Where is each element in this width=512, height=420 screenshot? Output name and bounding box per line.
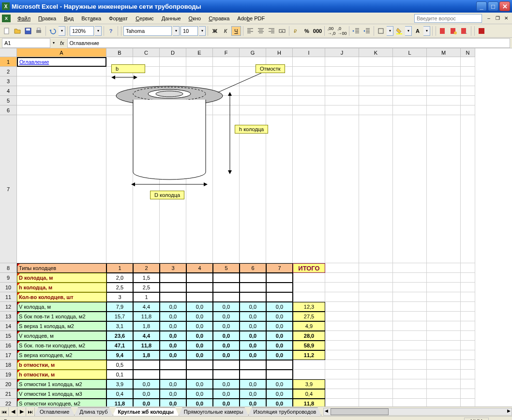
col-header-L[interactable]: L — [393, 48, 427, 57]
col-header-G[interactable]: G — [240, 48, 266, 57]
cell-K8[interactable] — [359, 263, 393, 273]
menu-window[interactable]: Окно — [185, 15, 205, 22]
cell-G10[interactable] — [240, 283, 266, 292]
cell-M2[interactable] — [427, 67, 461, 76]
cell-C13[interactable]: 11,8 — [133, 312, 160, 321]
cell-A8[interactable]: Типы колодцев — [17, 263, 106, 273]
save-button[interactable] — [23, 26, 33, 36]
cell-B19[interactable]: 0,1 — [106, 370, 133, 379]
cell-K11[interactable] — [359, 292, 393, 302]
cell-C17[interactable]: 1,8 — [133, 350, 160, 360]
cell-J9[interactable] — [325, 273, 359, 283]
cell-N17[interactable] — [461, 350, 475, 360]
font-color-dropdown[interactable]: ▾ — [423, 26, 430, 36]
align-center-button[interactable] — [256, 26, 266, 36]
cell-M14[interactable] — [427, 321, 461, 331]
cell-E18[interactable] — [186, 360, 213, 370]
col-header-M[interactable]: M — [427, 48, 461, 57]
cell-C15[interactable]: 4,4 — [133, 331, 160, 341]
cell-E12[interactable]: 0,0 — [186, 302, 213, 312]
cell-C20[interactable]: 0,0 — [133, 379, 160, 389]
align-left-button[interactable] — [245, 26, 255, 36]
cell-D14[interactable]: 0,0 — [160, 321, 186, 331]
cell-G12[interactable]: 0,0 — [240, 302, 266, 312]
cell-N3[interactable] — [461, 76, 475, 86]
cell-K17[interactable] — [359, 350, 393, 360]
cell-G11[interactable] — [240, 292, 266, 302]
cell-H10[interactable] — [266, 283, 293, 292]
cell-I9[interactable] — [293, 273, 325, 283]
cell-B18[interactable]: 0,5 — [106, 360, 133, 370]
cell-C16[interactable]: 11,8 — [133, 341, 160, 350]
menu-format[interactable]: Формат — [105, 15, 132, 22]
font-color-button[interactable]: A — [413, 26, 422, 36]
undo-button[interactable] — [48, 26, 58, 36]
cell-G15[interactable]: 0,0 — [240, 331, 266, 341]
cell-I13[interactable]: 27,5 — [293, 312, 325, 321]
cell-C21[interactable]: 0,0 — [133, 389, 160, 399]
cell-F15[interactable]: 0,0 — [213, 331, 240, 341]
cell-B12[interactable]: 7,9 — [106, 302, 133, 312]
cell-B8[interactable]: 1 — [106, 263, 133, 273]
cell-M19[interactable] — [427, 370, 461, 379]
cell-L15[interactable] — [393, 331, 427, 341]
cell-L18[interactable] — [393, 360, 427, 370]
cell-M11[interactable] — [427, 292, 461, 302]
increase-decimal-button[interactable]: ,00→,0 — [327, 26, 336, 36]
cell-B11[interactable]: 3 — [106, 292, 133, 302]
cell-A7[interactable] — [17, 115, 106, 263]
cell-J10[interactable] — [325, 283, 359, 292]
decrease-indent-button[interactable] — [351, 26, 361, 36]
cell-L14[interactable] — [393, 321, 427, 331]
increase-indent-button[interactable] — [362, 26, 372, 36]
tab-next-button[interactable]: ▶ — [17, 407, 26, 416]
cell-K1[interactable] — [359, 57, 393, 67]
col-header-J[interactable]: J — [325, 48, 359, 57]
menu-help[interactable]: Справка — [205, 15, 233, 22]
decrease-decimal-button[interactable]: ,0→00 — [337, 26, 347, 36]
help-question-input[interactable] — [414, 14, 482, 23]
cell-L21[interactable] — [393, 389, 427, 399]
zoom-box[interactable]: 120% — [70, 26, 94, 36]
cell-N20[interactable] — [461, 379, 475, 389]
cell-I20[interactable]: 3,9 — [293, 379, 325, 389]
name-box[interactable]: A1 — [2, 38, 50, 48]
cell-K18[interactable] — [359, 360, 393, 370]
cell-L3[interactable] — [393, 76, 427, 86]
row-header-11[interactable]: 11 — [0, 292, 17, 302]
undo-dropdown[interactable]: ▾ — [59, 26, 65, 36]
cell-A6[interactable] — [17, 105, 106, 115]
cell-M8[interactable] — [427, 263, 461, 273]
cell-K7[interactable] — [359, 115, 393, 263]
cell-M22[interactable] — [427, 399, 461, 406]
cell-M21[interactable] — [427, 389, 461, 399]
cell-F16[interactable]: 0,0 — [213, 341, 240, 350]
cell-C11[interactable]: 1 — [133, 292, 160, 302]
cell-K14[interactable] — [359, 321, 393, 331]
cell-G19[interactable] — [240, 370, 266, 379]
cell-N15[interactable] — [461, 331, 475, 341]
font-size-dropdown[interactable]: ▾ — [199, 26, 206, 36]
cell-I18[interactable] — [293, 360, 325, 370]
cell-G14[interactable]: 0,0 — [240, 321, 266, 331]
menu-file[interactable]: Файл — [14, 15, 34, 22]
cell-M20[interactable] — [427, 379, 461, 389]
cell-L9[interactable] — [393, 273, 427, 283]
cell-E9[interactable] — [186, 273, 213, 283]
cell-A16[interactable]: S бок. пов-ти колодцев, м2 — [17, 341, 106, 350]
cell-N10[interactable] — [461, 283, 475, 292]
cell-L7[interactable] — [393, 115, 427, 263]
maximize-button[interactable]: □ — [488, 1, 498, 11]
name-box-dropdown[interactable]: ▾ — [50, 41, 57, 45]
row-header-4[interactable]: 4 — [0, 86, 17, 96]
cell-E8[interactable]: 4 — [186, 263, 213, 273]
cell-J1[interactable] — [325, 57, 359, 67]
cell-C14[interactable]: 1,8 — [133, 321, 160, 331]
menu-view[interactable]: Вид — [60, 15, 77, 22]
cell-E16[interactable]: 0,0 — [186, 341, 213, 350]
horizontal-scrollbar[interactable]: ◀ ▶ — [323, 408, 512, 416]
cell-F21[interactable]: 0,0 — [213, 389, 240, 399]
cell-D20[interactable]: 0,0 — [160, 379, 186, 389]
cell-D17[interactable]: 0,0 — [160, 350, 186, 360]
row-header-1[interactable]: 1 — [0, 57, 17, 67]
